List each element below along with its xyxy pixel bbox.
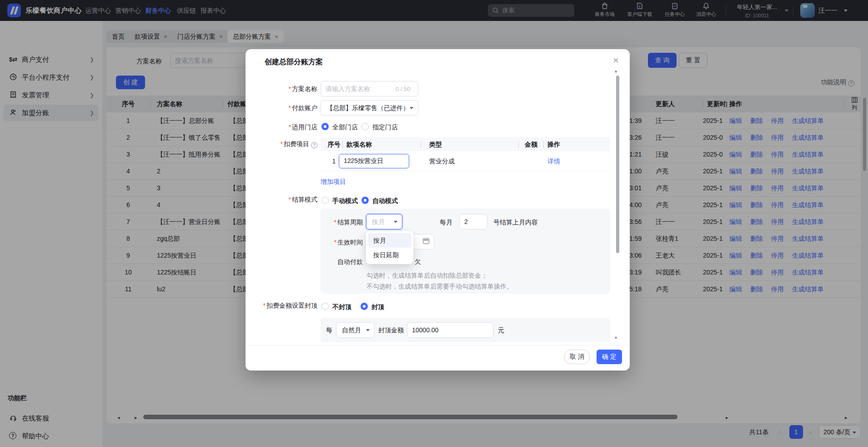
help-circle-icon: ?	[311, 142, 317, 148]
auto-pay-help-line1: 勾选时，生成结算单后自动扣除总部资金；	[366, 272, 487, 280]
cap-amount-input[interactable]	[407, 322, 493, 338]
settlement-day-input[interactable]	[459, 214, 487, 229]
scroll-up-icon[interactable]: ▴	[615, 68, 617, 73]
column-divider	[543, 141, 544, 148]
cap-panel: 每 自然月 封顶金额 元	[321, 318, 610, 342]
radio-manual-mode-label[interactable]: 手动模式	[332, 197, 358, 205]
monthly-suffix: 号结算上月内容	[493, 218, 538, 227]
payer-account-select[interactable]: 【总部】乐檬零售（已进件）	[321, 100, 418, 116]
required-asterisk: *	[281, 140, 283, 147]
item-table-row: 1 营业分成 详情	[321, 151, 610, 171]
dropdown-option-daily-deferred[interactable]: 按日延期	[368, 248, 411, 262]
cancel-button[interactable]: 取 消	[564, 350, 590, 364]
add-item-link[interactable]: 增加项目	[321, 178, 346, 186]
radio-specified-stores-label[interactable]: 指定门店	[372, 123, 398, 132]
required-asterisk: *	[334, 218, 336, 226]
char-counter: 0 / 50	[396, 86, 411, 92]
radio-auto-mode-label[interactable]: 自动模式	[372, 197, 398, 205]
auto-pay-label: 自动付款	[331, 258, 363, 266]
confirm-button[interactable]: 确 定	[597, 350, 622, 364]
scroll-down-icon[interactable]: ▾	[615, 335, 617, 340]
column-divider	[421, 141, 421, 148]
modal-scrollbar[interactable]	[616, 76, 619, 253]
chevron-down-icon	[366, 329, 370, 331]
radio-manual-mode[interactable]	[321, 197, 329, 204]
column-divider	[342, 141, 343, 148]
stores-label: *适用门店	[258, 123, 317, 132]
item-name-input[interactable]	[339, 154, 409, 168]
cap-setting-label: *扣费金额设置封顶	[258, 302, 317, 310]
effective-time-label: *生效时间	[331, 239, 363, 247]
app-screen: 乐檬餐饮商户中心 运营中心 营销中心 财务中心 供应链 报表中心 服务市场 客户…	[0, 0, 868, 447]
item-detail-link[interactable]: 详情	[547, 151, 560, 171]
deduction-items-label: *扣费项目?	[258, 140, 317, 148]
monthly-prefix: 每月	[440, 218, 452, 227]
dropdown-option-monthly[interactable]: 按月	[368, 233, 411, 248]
item-table-header: 序号 款项名称 类型 金额 操作	[321, 137, 610, 151]
cap-period-select[interactable]: 自然月	[336, 322, 375, 338]
radio-cap[interactable]	[361, 303, 368, 310]
radio-all-stores-label[interactable]: 全部门店	[332, 123, 358, 132]
item-type: 营业分成	[429, 151, 455, 171]
radio-cap-label[interactable]: 封顶	[371, 303, 384, 311]
dialog-title: 创建总部分账方案	[265, 57, 323, 67]
cap-unit: 元	[498, 326, 504, 335]
required-asterisk: *	[289, 123, 291, 131]
required-asterisk: *	[263, 302, 266, 309]
radio-auto-mode[interactable]	[361, 197, 369, 204]
radio-all-stores[interactable]	[321, 123, 329, 130]
create-hq-split-plan-dialog: 创建总部分账方案 × *方案名称 0 / 50 *付款账户 【总部】乐檬零售（已…	[246, 49, 630, 371]
required-asterisk: *	[334, 239, 336, 246]
footer-divider	[246, 345, 630, 345]
required-asterisk: *	[289, 104, 291, 112]
settlement-cycle-select[interactable]: 按月	[366, 214, 402, 229]
chevron-down-icon	[394, 221, 397, 223]
auto-pay-help-line2: 不勾选时，生成结算单后需要手动勾选结算单操作。	[366, 283, 513, 291]
auto-mode-panel: *结算周期 按月 每月 号结算上月内容 *生效时间 自动付款 欠 勾选时，生成结…	[321, 208, 610, 294]
required-asterisk: *	[289, 196, 291, 203]
radio-no-cap-label[interactable]: 不封顶	[332, 303, 351, 311]
cap-per-label: 每	[326, 326, 332, 335]
plan-name-label: *方案名称	[258, 85, 317, 93]
chevron-down-icon	[410, 107, 413, 109]
close-icon[interactable]: ×	[613, 55, 619, 66]
payer-account-label: *付款账户	[258, 104, 317, 112]
column-divider	[518, 141, 519, 148]
cycle-dropdown: 按月 按日延期	[366, 231, 413, 264]
settlement-mode-label: *结算模式	[258, 196, 317, 204]
settlement-cycle-label: *结算周期	[331, 218, 363, 227]
radio-specified-stores[interactable]	[361, 123, 369, 130]
required-asterisk: *	[289, 85, 291, 92]
auto-pay-text-fragment: 欠	[415, 258, 421, 266]
cap-amount-label: 封顶金额	[378, 326, 404, 335]
radio-no-cap[interactable]	[321, 303, 329, 310]
calendar-icon	[423, 238, 429, 244]
